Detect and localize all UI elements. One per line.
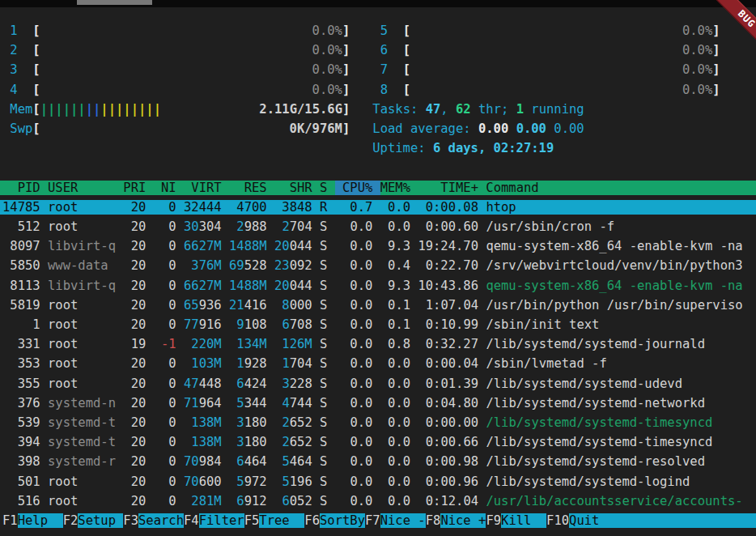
swap-meter: Swp[ 0K/976M] — [2, 121, 350, 136]
column-header-virt[interactable]: VIRT — [184, 181, 229, 195]
window-tab — [77, 0, 152, 5]
column-header-s[interactable]: S — [320, 181, 335, 195]
process-row-398[interactable]: 398 systemd-r 20 0 70984 6464 5464 S 0.0… — [2, 454, 756, 469]
uptime-row: Uptime: 6 days, 02:27:19 — [2, 141, 554, 155]
process-row-14785[interactable]: 14785 root 20 0 32444 4700 3848 R 0.7 0.… — [2, 200, 756, 215]
fkey-f5-tree-button[interactable]: F5Tree — [244, 513, 305, 528]
process-row-394[interactable]: 394 systemd-t 20 0 138M 3180 2652 S 0.0 … — [2, 435, 756, 449]
fkey-f2-setup-button[interactable]: F2Setup — [63, 513, 124, 528]
fkey-f10-quit-button[interactable]: F10Quit — [546, 513, 756, 528]
column-header-user[interactable]: USER — [48, 181, 123, 195]
fkey-f6-sortby-button[interactable]: F6SortBy — [304, 513, 365, 528]
cpu5-meter: 5 [ 0.0%] — [372, 23, 720, 38]
memory-meter: Mem[|||||||||||||||| 2.11G/15.6G] — [2, 102, 350, 117]
cpu3-meter: 3 [ 0.0%] — [2, 62, 350, 77]
cpu-meter-row-4: 4 [ 0.0%] 8 [ 0.0%] — [2, 83, 756, 97]
cpu1-meter: 1 [ 0.0%] — [2, 23, 350, 38]
function-key-bar: F1Help F2Setup F3SearchF4FilterF5Tree F6… — [2, 513, 756, 528]
process-row-331[interactable]: 331 root 19 -1 220M 134M 126M S 0.0 0.8 … — [2, 337, 756, 351]
process-row-1[interactable]: 1 root 20 0 77916 9108 6708 S 0.0 0.1 0:… — [2, 317, 756, 332]
cpu4-meter: 4 [ 0.0%] — [2, 83, 350, 97]
memory-tasks-row: Mem[|||||||||||||||| 2.11G/15.6G] Tasks:… — [2, 102, 584, 117]
cpu2-meter: 2 [ 0.0%] — [2, 43, 350, 57]
fkey-f4-filter-button[interactable]: F4Filter — [184, 513, 244, 528]
column-header-pid[interactable]: PID — [2, 181, 48, 195]
column-header-command[interactable]: Command — [486, 181, 756, 195]
cpu-meter-row-1: 1 [ 0.0%] 5 [ 0.0%] — [2, 23, 756, 38]
process-row-353[interactable]: 353 root 20 0 103M 1928 1704 S 0.0 0.0 0… — [2, 356, 756, 371]
column-header-ni[interactable]: NI — [154, 181, 184, 195]
process-row-8113[interactable]: 8113 libvirt-q 20 0 6627M 1488M 20044 S … — [2, 279, 756, 293]
fkey-f1-help-button[interactable]: F1Help — [2, 513, 63, 528]
fkey-f9-kill-button[interactable]: F9Kill — [486, 513, 546, 528]
cpu6-meter: 6 [ 0.0%] — [372, 43, 720, 57]
cpu-meter-row-3: 3 [ 0.0%] 7 [ 0.0%] — [2, 62, 756, 77]
column-header-mem[interactable]: MEM% — [380, 181, 418, 195]
tasks-summary: Tasks: 47, 62 thr; 1 running — [372, 102, 584, 117]
fkey-f8-nice-button[interactable]: F8Nice + — [426, 513, 486, 528]
process-row-5819[interactable]: 5819 root 20 0 65936 21416 8000 S 0.0 0.… — [2, 298, 756, 313]
process-row-539[interactable]: 539 systemd-t 20 0 138M 3180 2652 S 0.0 … — [2, 415, 756, 430]
column-header-shr[interactable]: SHR — [274, 181, 320, 195]
process-row-376[interactable]: 376 systemd-n 20 0 71964 5344 4744 S 0.0… — [2, 396, 756, 411]
process-row-516[interactable]: 516 root 20 0 281M 6912 6052 S 0.0 0.0 0… — [2, 494, 756, 508]
column-header-time[interactable]: TIME+ — [418, 181, 486, 195]
column-header-pri[interactable]: PRI — [123, 181, 153, 195]
spacer-line — [2, 160, 10, 175]
window-top-strip — [0, 0, 756, 7]
swap-load-row: Swp[ 0K/976M] Load average: 0.00 0.00 0.… — [2, 121, 584, 136]
cpu-meter-row-2: 2 [ 0.0%] 6 [ 0.0%] — [2, 43, 756, 57]
column-header-cpu[interactable]: CPU% — [335, 181, 380, 195]
cpu8-meter: 8 [ 0.0%] — [372, 83, 720, 97]
process-row-5850[interactable]: 5850 www-data 20 0 376M 69528 23092 S 0.… — [2, 258, 756, 273]
process-row-8097[interactable]: 8097 libvirt-q 20 0 6627M 1488M 20044 S … — [2, 239, 756, 253]
uptime: Uptime: 6 days, 02:27:19 — [372, 141, 554, 155]
htop-terminal[interactable]: 1 [ 0.0%] 5 [ 0.0%] 2 [ 0.0%] 6 [ 0.0%] — [0, 7, 756, 530]
process-row-501[interactable]: 501 root 20 0 70600 5972 5196 S 0.0 0.0 … — [2, 474, 756, 489]
column-header-res[interactable]: RES — [229, 181, 274, 195]
cpu7-meter: 7 [ 0.0%] — [372, 62, 720, 77]
table-header: PID USER PRI NI VIRT RES SHR S CPU% MEM%… — [2, 181, 756, 195]
fkey-f3-search-button[interactable]: F3Search — [123, 513, 184, 528]
process-row-355[interactable]: 355 root 20 0 47448 6424 3228 S 0.0 0.0 … — [2, 376, 756, 391]
process-row-512[interactable]: 512 root 20 0 30304 2988 2704 S 0.0 0.0 … — [2, 219, 756, 234]
terminal-screen: 1 [ 0.0%] 5 [ 0.0%] 2 [ 0.0%] 6 [ 0.0%] — [0, 0, 756, 536]
load-average: Load average: 0.00 0.00 0.00 — [372, 121, 584, 136]
fkey-f7-nice-button[interactable]: F7Nice - — [365, 513, 426, 528]
